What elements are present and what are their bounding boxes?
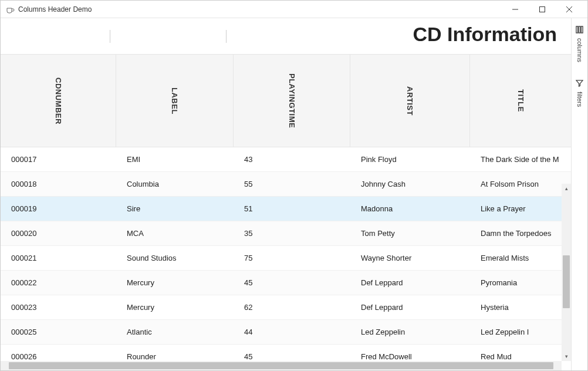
cell-title: Emerald Mists xyxy=(470,254,571,262)
main-panel: CD Information CDNUMBER LABEL PLAYINGTIM… xyxy=(1,18,571,370)
cell-title: Like a Prayer xyxy=(470,204,571,213)
cell-artist: Def Leppard xyxy=(350,303,470,312)
window-title: Columns Header Demo xyxy=(18,5,92,14)
cell-label: EMI xyxy=(116,155,234,164)
app-icon xyxy=(5,5,15,14)
svg-rect-1 xyxy=(540,6,545,12)
sidetab-columns-label: columns xyxy=(576,38,583,62)
cell-artist: Madonna xyxy=(350,204,470,213)
cell-label: Mercury xyxy=(116,303,234,312)
horizontal-scroll-thumb[interactable] xyxy=(9,362,553,369)
cell-label: Sire xyxy=(116,204,234,213)
window-controls xyxy=(502,1,583,18)
cell-title: Led Zeppelin I xyxy=(470,328,571,336)
scroll-up-arrow[interactable]: ▴ xyxy=(562,184,571,193)
cell-title: The Dark Side of the M xyxy=(470,155,571,164)
columns-icon xyxy=(576,25,583,36)
cell-artist: Pink Floyd xyxy=(350,155,470,164)
table-body: 000017EMI43Pink FloydThe Dark Side of th… xyxy=(1,147,571,361)
horizontal-scrollbar[interactable] xyxy=(1,361,562,370)
svg-rect-6 xyxy=(581,26,583,33)
cell-cdnumber: 000023 xyxy=(1,303,116,312)
banner-dividers xyxy=(110,30,342,43)
cell-playingtime: 45 xyxy=(234,352,350,361)
cell-cdnumber: 000018 xyxy=(1,180,116,188)
table-row[interactable]: 000018Columbia55Johnny CashAt Folsom Pri… xyxy=(1,172,571,197)
cell-playingtime: 62 xyxy=(234,303,350,312)
cell-label: Columbia xyxy=(116,180,234,188)
table-row[interactable]: 000022Mercury45Def LeppardPyromania xyxy=(1,271,571,295)
cell-title: Hysteria xyxy=(470,303,571,312)
titlebar: Columns Header Demo xyxy=(1,1,587,18)
cell-playingtime: 51 xyxy=(234,204,350,213)
table-row[interactable]: 000025Atlantic44Led ZeppelinLed Zeppelin… xyxy=(1,320,571,345)
close-button[interactable] xyxy=(556,1,583,18)
svg-rect-4 xyxy=(576,26,578,33)
filter-icon xyxy=(576,79,583,89)
cell-label: Sound Studios xyxy=(116,254,234,262)
side-tabs: columns filters xyxy=(571,18,587,370)
cell-playingtime: 44 xyxy=(234,328,350,336)
table-row[interactable]: 000023Mercury62Def LeppardHysteria xyxy=(1,295,571,320)
cell-cdnumber: 000019 xyxy=(1,204,116,213)
sidetab-filters-label: filters xyxy=(576,92,583,107)
cell-cdnumber: 000017 xyxy=(1,155,116,164)
cell-title: Red Mud xyxy=(470,352,571,361)
table-row[interactable]: 000026Rounder45Fred McDowellRed Mud xyxy=(1,345,571,361)
cell-cdnumber: 000025 xyxy=(1,328,116,336)
table: CDNUMBER LABEL PLAYINGTIME ARTIST TITLE … xyxy=(1,55,571,370)
cell-artist: Def Leppard xyxy=(350,278,470,287)
page-title: CD Information xyxy=(413,23,557,46)
cell-cdnumber: 000020 xyxy=(1,229,116,238)
cell-title: Pyromania xyxy=(470,278,571,287)
cell-artist: Tom Petty xyxy=(350,229,470,238)
table-row[interactable]: 000021Sound Studios75Wayne ShorterEmeral… xyxy=(1,246,571,271)
minimize-button[interactable] xyxy=(502,1,529,18)
column-header-cdnumber[interactable]: CDNUMBER xyxy=(1,55,116,147)
table-row[interactable]: 000017EMI43Pink FloydThe Dark Side of th… xyxy=(1,147,571,172)
svg-rect-5 xyxy=(579,26,580,33)
cell-cdnumber: 000021 xyxy=(1,254,116,262)
table-row[interactable]: 000020MCA35Tom PettyDamn the Torpedoes xyxy=(1,221,571,246)
cell-label: MCA xyxy=(116,229,234,238)
scroll-down-arrow[interactable]: ▾ xyxy=(562,352,571,361)
column-header-artist[interactable]: ARTIST xyxy=(350,55,470,147)
column-header-title[interactable]: TITLE xyxy=(470,55,571,147)
vertical-scroll-thumb[interactable] xyxy=(563,255,570,308)
sidetab-filters[interactable]: filters xyxy=(576,79,583,107)
cell-title: Damn the Torpedoes xyxy=(470,229,571,238)
table-row[interactable]: 000019Sire51MadonnaLike a Prayer xyxy=(1,197,571,221)
cell-label: Mercury xyxy=(116,278,234,287)
cell-playingtime: 45 xyxy=(234,278,350,287)
maximize-button[interactable] xyxy=(529,1,556,18)
cell-playingtime: 43 xyxy=(234,155,350,164)
cell-cdnumber: 000022 xyxy=(1,278,116,287)
cell-title: At Folsom Prison xyxy=(470,180,571,188)
cell-artist: Led Zeppelin xyxy=(350,328,470,336)
cell-playingtime: 35 xyxy=(234,229,350,238)
cell-artist: Fred McDowell xyxy=(350,352,470,361)
cell-artist: Johnny Cash xyxy=(350,180,470,188)
banner: CD Information xyxy=(1,18,571,55)
column-header-playingtime[interactable]: PLAYINGTIME xyxy=(234,55,350,147)
cell-cdnumber: 000026 xyxy=(1,352,116,361)
sidetab-columns[interactable]: columns xyxy=(576,25,583,62)
cell-artist: Wayne Shorter xyxy=(350,254,470,262)
vertical-scrollbar[interactable]: ▴ ▾ xyxy=(562,184,571,361)
cell-playingtime: 55 xyxy=(234,180,350,188)
cell-label: Rounder xyxy=(116,352,234,361)
column-header-label[interactable]: LABEL xyxy=(116,55,234,147)
cell-playingtime: 75 xyxy=(234,254,350,262)
column-headers: CDNUMBER LABEL PLAYINGTIME ARTIST TITLE xyxy=(1,55,571,147)
cell-label: Atlantic xyxy=(116,328,234,336)
